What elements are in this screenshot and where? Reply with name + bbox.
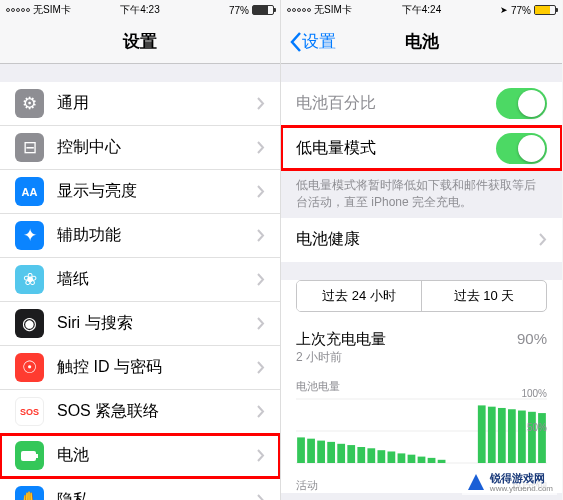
page-title: 电池 [405, 30, 439, 53]
row-display[interactable]: AA 显示与亮度 [0, 170, 280, 214]
switches-icon: ⊟ [15, 133, 44, 162]
svg-rect-26 [538, 413, 546, 463]
svg-rect-14 [388, 451, 396, 463]
segment-24h[interactable]: 过去 24 小时 [297, 281, 422, 311]
accessibility-icon: ✦ [15, 221, 44, 250]
back-button[interactable]: 设置 [289, 30, 336, 53]
svg-rect-6 [307, 438, 315, 462]
svg-rect-10 [347, 445, 355, 463]
row-battery-percent[interactable]: 电池百分比 [281, 82, 562, 126]
row-wallpaper[interactable]: ❀ 墙纸 [0, 258, 280, 302]
privacy-icon: ✋ [15, 486, 44, 501]
siri-icon: ◉ [15, 309, 44, 338]
y-tick-50: 50% [527, 422, 547, 433]
svg-rect-21 [488, 406, 496, 462]
last-charge-label: 上次充电电量 [296, 330, 386, 349]
svg-rect-12 [367, 448, 375, 463]
settings-list[interactable]: ⚙ 通用 ⊟ 控制中心 AA 显示与亮度 ✦ 辅助功能 ❀ 墙纸 ◉ Siri … [0, 82, 280, 500]
location-icon: ➤ [500, 5, 508, 15]
battery-percent-switch[interactable] [496, 88, 547, 119]
page-title: 设置 [123, 30, 157, 53]
row-label: Siri 与搜索 [57, 313, 257, 334]
chart-title: 电池电量 [296, 379, 547, 394]
svg-rect-19 [438, 459, 446, 462]
svg-rect-5 [297, 437, 305, 463]
settings-screen: 无SIM卡 下午4:23 77% 设置 ⚙ 通用 ⊟ 控制中心 AA 显示与亮度… [0, 0, 281, 500]
row-control-center[interactable]: ⊟ 控制中心 [0, 126, 280, 170]
watermark-brand: 锐得游戏网 [490, 472, 553, 484]
row-label: 电池百分比 [296, 93, 496, 114]
row-touchid[interactable]: ☉ 触控 ID 与密码 [0, 346, 280, 390]
status-bar: 无SIM卡 下午4:23 77% [0, 0, 280, 20]
segment-10d[interactable]: 过去 10 天 [422, 281, 546, 311]
row-label: 触控 ID 与密码 [57, 357, 257, 378]
low-power-description: 低电量模式将暂时降低如下载和邮件获取等后台活动，直至 iPhone 完全充电。 [281, 170, 562, 218]
low-power-switch[interactable] [496, 133, 547, 164]
display-icon: AA [15, 177, 44, 206]
nav-bar: 设置 [0, 20, 280, 64]
svg-rect-13 [377, 450, 385, 463]
back-label: 设置 [302, 30, 336, 53]
svg-rect-20 [478, 405, 486, 463]
row-general[interactable]: ⚙ 通用 [0, 82, 280, 126]
fingerprint-icon: ☉ [15, 353, 44, 382]
gear-icon: ⚙ [15, 89, 44, 118]
svg-rect-24 [518, 410, 526, 462]
row-accessibility[interactable]: ✦ 辅助功能 [0, 214, 280, 258]
time-range-segmented[interactable]: 过去 24 小时 过去 10 天 [296, 280, 547, 312]
row-label: 低电量模式 [296, 138, 496, 159]
signal-icon [6, 8, 30, 12]
battery-percent-label: 77% [229, 5, 249, 16]
svg-rect-0 [21, 451, 36, 461]
chevron-right-icon [257, 494, 265, 501]
svg-rect-8 [327, 441, 335, 462]
row-label: 墙纸 [57, 269, 257, 290]
row-battery-health[interactable]: 电池健康 [281, 218, 562, 262]
activity-label: 活动 [296, 478, 318, 493]
row-privacy[interactable]: ✋ 隐私 [0, 478, 280, 500]
y-tick-100: 100% [521, 388, 547, 399]
last-charge-row: 上次充电电量 90% [281, 322, 562, 349]
status-bar: 无SIM卡 下午4:24 ➤ 77% [281, 0, 562, 20]
carrier-label: 无SIM卡 [314, 3, 352, 17]
row-label: 控制中心 [57, 137, 257, 158]
svg-rect-7 [317, 440, 325, 462]
chevron-right-icon [257, 273, 265, 286]
svg-rect-22 [498, 408, 506, 463]
row-label: 辅助功能 [57, 225, 257, 246]
svg-rect-15 [398, 453, 406, 463]
row-label: 隐私 [57, 490, 257, 501]
row-sos[interactable]: SOS SOS 紧急联络 [0, 390, 280, 434]
battery-icon [252, 5, 274, 15]
clock-label: 下午4:24 [402, 3, 441, 17]
row-label: 电池 [57, 445, 257, 466]
wallpaper-icon: ❀ [15, 265, 44, 294]
watermark-logo-icon [466, 472, 486, 492]
svg-rect-18 [428, 457, 436, 462]
row-label: 电池健康 [296, 229, 539, 250]
last-charge-time: 2 小时前 [281, 349, 562, 374]
chevron-right-icon [539, 233, 547, 246]
carrier-label: 无SIM卡 [33, 3, 71, 17]
chevron-right-icon [257, 449, 265, 462]
row-siri[interactable]: ◉ Siri 与搜索 [0, 302, 280, 346]
row-label: SOS 紧急联络 [57, 401, 257, 422]
chevron-right-icon [257, 97, 265, 110]
sos-icon: SOS [15, 397, 44, 426]
svg-rect-1 [36, 454, 38, 458]
row-label: 通用 [57, 93, 257, 114]
battery-screen: 无SIM卡 下午4:24 ➤ 77% 设置 电池 电池百分比 低电量模式 低电量… [281, 0, 562, 500]
signal-icon [287, 8, 311, 12]
watermark: 锐得游戏网 www.ytruend.com [462, 470, 557, 495]
svg-rect-11 [357, 447, 365, 463]
nav-bar: 设置 电池 [281, 20, 562, 64]
row-low-power[interactable]: 低电量模式 [281, 126, 562, 170]
row-battery[interactable]: 电池 [0, 434, 280, 478]
svg-rect-9 [337, 443, 345, 462]
clock-label: 下午4:23 [120, 3, 159, 17]
chevron-right-icon [257, 141, 265, 154]
svg-rect-23 [508, 409, 516, 463]
chart-bars [296, 394, 547, 464]
chevron-right-icon [257, 361, 265, 374]
svg-rect-16 [408, 454, 416, 462]
